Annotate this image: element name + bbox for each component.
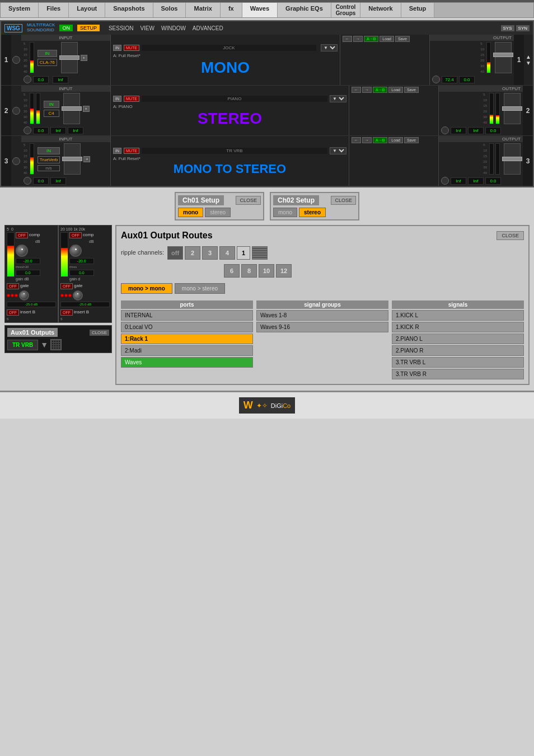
ch2-route-back[interactable]: ← <box>352 87 361 93</box>
ripple-btn-2[interactable]: 2 <box>185 246 200 260</box>
plugin-grid-icon[interactable] <box>50 339 62 350</box>
strip2-gate-off[interactable]: OFF <box>60 283 73 289</box>
ch1-input-fader[interactable] <box>61 42 78 73</box>
ch2-route-ab[interactable]: A→B <box>373 87 387 93</box>
tab-snapshots[interactable]: Snapshots <box>105 3 153 17</box>
aux-routes-close-btn[interactable]: CLOSE <box>496 231 524 240</box>
ch3-dropdown[interactable]: ▼ <box>330 147 346 154</box>
ports-item-localvo[interactable]: 0:Local VO <box>121 322 253 332</box>
ch1-in-btn[interactable]: IN <box>113 45 121 51</box>
ch3-out-power[interactable] <box>441 177 449 185</box>
tab-matrix[interactable]: Matrix <box>186 3 220 17</box>
ripple-btn-10[interactable]: 10 <box>259 264 274 278</box>
wsg-setup-button[interactable]: SETUP <box>77 25 100 31</box>
ports-item-madi[interactable]: 2:Madi <box>121 345 253 356</box>
tab-solos[interactable]: Solos <box>153 3 186 17</box>
ch1-power-btn[interactable] <box>24 76 31 83</box>
ch3-plus-btn[interactable]: + <box>83 156 90 162</box>
strip1-gate-off[interactable]: OFF <box>7 283 19 289</box>
ch01-mono-btn[interactable]: mono <box>178 208 203 217</box>
mode-mono-stereo[interactable]: mono > stereo <box>175 283 225 294</box>
ripple-btn-off[interactable]: off <box>167 246 183 260</box>
ch3-mute-btn[interactable]: MUTE <box>124 148 139 154</box>
ports-item-rack1[interactable]: 1:Rack 1 <box>121 334 253 344</box>
ch3-input-fader[interactable] <box>64 143 81 175</box>
ch3-route-fwd[interactable]: → <box>362 137 372 143</box>
ch2-route-save[interactable]: Save <box>404 87 419 93</box>
wsg-menu-window[interactable]: WINDOW <box>161 25 186 31</box>
ch2-output-fader[interactable] <box>504 93 521 124</box>
tab-fx[interactable]: fx <box>221 3 242 17</box>
ch2-plugin-name[interactable]: C4 <box>44 110 59 117</box>
sg-item-waves18[interactable]: Waves 1-8 <box>256 310 388 321</box>
strip2-gate-knob[interactable] <box>73 290 83 300</box>
sig-item-pianl[interactable]: 2.PIANO L <box>392 334 524 344</box>
aux-plugin-box[interactable]: TR VRB <box>7 340 38 350</box>
ch1-route-save[interactable]: Save <box>395 36 410 42</box>
ch3-route-save[interactable]: Save <box>404 137 419 143</box>
wsg-menu-session[interactable]: SESSION <box>109 25 133 31</box>
ripple-btn-4[interactable]: 4 <box>219 246 235 260</box>
strip1-gain-knob[interactable] <box>16 245 28 257</box>
tab-graphic-eqs[interactable]: Graphic EQs <box>278 3 331 17</box>
ch3-route-load[interactable]: Load <box>388 137 403 143</box>
strip2-insert-off[interactable]: OFF <box>60 309 73 316</box>
ch1-out-power[interactable] <box>432 76 440 83</box>
tab-waves[interactable]: Waves <box>242 3 278 17</box>
ch1-scroll-up[interactable]: ▲ <box>524 54 533 60</box>
ch2-out-power[interactable] <box>441 126 449 134</box>
ch1-plugin-name[interactable]: CLA-76 <box>38 59 57 66</box>
wsg-menu-view[interactable]: VIEW <box>140 25 154 31</box>
ripple-btn-12[interactable]: 12 <box>276 264 292 278</box>
sig-item-trvr[interactable]: 3.TR VRB R <box>392 369 524 379</box>
ch1-route-load[interactable]: Load <box>380 36 394 42</box>
ch2-in-btn[interactable]: IN <box>113 96 121 102</box>
wsg-menu-advanced[interactable]: ADVANCED <box>193 25 223 31</box>
ripple-btn-8[interactable]: 8 <box>241 264 257 278</box>
wsg-sys-btn[interactable]: SYS <box>501 25 514 31</box>
ch3-route-ab[interactable]: A→B <box>373 137 387 143</box>
ch2-circle-left[interactable] <box>12 107 20 115</box>
sig-item-pianr[interactable]: 2.PIANO R <box>392 345 524 356</box>
ch2-dropdown[interactable]: ▼ <box>330 95 346 102</box>
ch2-route-fwd[interactable]: → <box>362 87 372 93</box>
tab-files[interactable]: Files <box>39 3 69 17</box>
strip1-insert-off[interactable]: OFF <box>7 309 19 316</box>
sg-item-waves916[interactable]: Waves 9-16 <box>256 322 388 332</box>
tab-system[interactable]: System <box>1 3 39 17</box>
ch3-plugin-name[interactable]: TrueVerb <box>38 156 60 163</box>
wsg-syn-btn[interactable]: SYN <box>516 25 530 31</box>
ch02-close-btn[interactable]: CLOSE <box>331 196 356 205</box>
strip2-gain-knob[interactable] <box>69 245 82 257</box>
sig-item-kickl[interactable]: 1.KICK L <box>392 310 524 321</box>
ch3-power-btn[interactable] <box>24 177 31 185</box>
ch1-route-fwd[interactable]: → <box>353 36 363 42</box>
ch1-scroll-down[interactable]: ▼ <box>524 60 533 66</box>
ch02-mono-btn[interactable]: mono <box>273 208 297 217</box>
ch2-plus-btn[interactable]: + <box>83 106 90 112</box>
ripple-btn-6[interactable]: 6 <box>224 264 240 278</box>
ch2-mute-btn[interactable]: MUTE <box>124 96 139 102</box>
strip1-gate-knob[interactable] <box>19 290 29 300</box>
ripple-btn-1[interactable]: 1 <box>237 246 250 260</box>
tab-layout[interactable]: Layout <box>69 3 105 17</box>
strip1-comp-off[interactable]: OFF <box>16 232 28 238</box>
sig-item-trvl[interactable]: 3.TR VRB L <box>392 357 524 368</box>
tab-control-groups[interactable]: ControlGroups <box>331 3 361 17</box>
ch3-route-back[interactable]: ← <box>352 137 361 143</box>
ch1-route-back[interactable]: ← <box>343 36 352 42</box>
ch2-power-btn[interactable] <box>24 126 31 134</box>
ch1-route-ab[interactable]: A→B <box>364 36 378 42</box>
ch1-output-fader[interactable] <box>495 42 512 73</box>
ch01-close-btn[interactable]: CLOSE <box>236 196 261 205</box>
ch3-circle-left[interactable] <box>12 157 20 165</box>
ch1-circle-left[interactable] <box>12 56 20 64</box>
mode-mono-mono[interactable]: mono > mono <box>121 283 172 294</box>
ch1-dropdown[interactable]: ▼ <box>321 44 338 51</box>
ripple-btn-3[interactable]: 3 <box>202 246 218 260</box>
strip2-comp-off[interactable]: OFF <box>69 232 82 238</box>
ch3-in-btn[interactable]: IN <box>113 148 121 154</box>
ports-item-internal[interactable]: INTERNAL <box>121 310 253 321</box>
tab-setup[interactable]: Setup <box>401 3 435 17</box>
ch01-stereo-btn[interactable]: stereo <box>205 208 231 217</box>
